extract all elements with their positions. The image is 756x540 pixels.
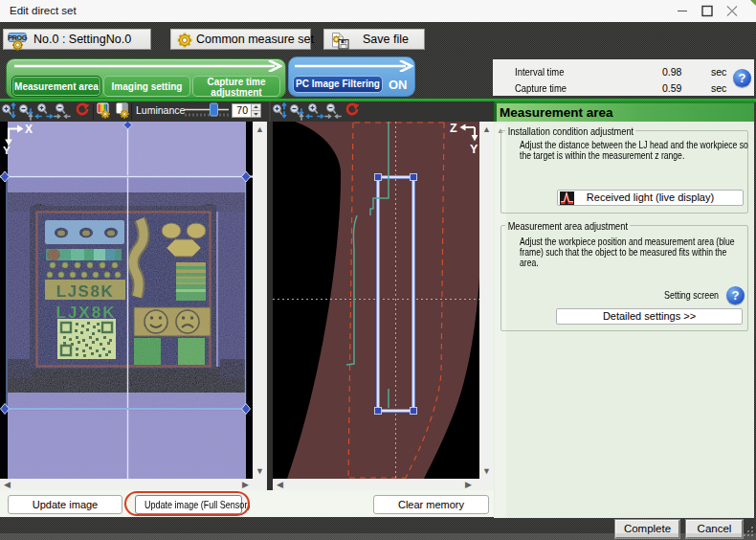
svg-text:Y: Y bbox=[470, 143, 478, 156]
svg-text:70: 70 bbox=[236, 104, 248, 116]
svg-text:X: X bbox=[25, 123, 33, 136]
svg-text:LJS8K: LJS8K bbox=[56, 282, 114, 301]
svg-text:Y: Y bbox=[3, 145, 11, 156]
svg-text:Luminance: Luminance bbox=[136, 104, 186, 116]
svg-text:Z: Z bbox=[450, 122, 457, 135]
